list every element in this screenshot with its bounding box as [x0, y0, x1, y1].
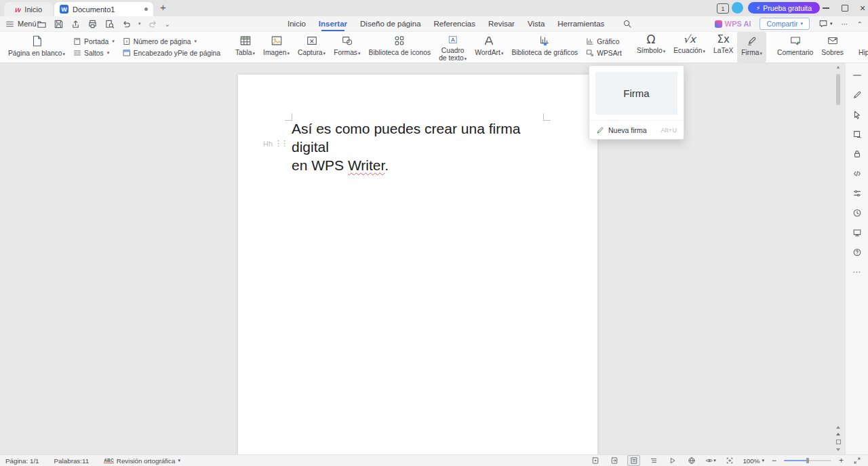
paragraph-handle[interactable]: Hh ⋮⋮: [263, 139, 287, 148]
document-text[interactable]: Así es como puedes crear una firma digit…: [292, 119, 553, 174]
vertical-scrollbar[interactable]: ▲: [835, 64, 841, 453]
source-code-button[interactable]: [852, 168, 863, 179]
visibility-button[interactable]: ▾: [705, 456, 716, 465]
ribbon-button-imagen[interactable]: Imagen▾: [259, 32, 294, 62]
restore-button[interactable]: [835, 0, 854, 16]
undo-button[interactable]: [121, 19, 132, 29]
zoom-slider[interactable]: [784, 460, 831, 461]
undo-icon: [121, 19, 132, 29]
previous-page-button[interactable]: [836, 433, 840, 435]
document-page[interactable]: Hh ⋮⋮ Así es como puedes crear una firma…: [238, 75, 597, 454]
settings-button[interactable]: [852, 188, 863, 199]
document-canvas[interactable]: Hh ⋮⋮ Así es como puedes crear una firma…: [0, 63, 845, 454]
minimize-button[interactable]: [816, 0, 835, 16]
pen-tool-button[interactable]: [852, 90, 863, 100]
word-count[interactable]: Palabras:11: [54, 457, 90, 465]
page-tools-button[interactable]: [852, 129, 863, 140]
ribbon-button-latex[interactable]: Σx LaTeX: [709, 32, 737, 62]
tab-referencias[interactable]: Referencias: [434, 16, 475, 31]
scrollbar-thumb[interactable]: [836, 74, 840, 105]
ribbon-button-simbolo[interactable]: Ω Símbolo▾: [633, 32, 669, 62]
drag-handle-icon[interactable]: ⋮⋮: [275, 139, 287, 148]
user-avatar[interactable]: [732, 2, 743, 14]
undo-dropdown-arrow-icon[interactable]: ▾: [138, 21, 141, 26]
ribbon-button-tabla[interactable]: Tabla▾: [231, 32, 259, 62]
help-button[interactable]: [852, 247, 863, 258]
export-pdf-button[interactable]: [71, 19, 81, 29]
window-count-button[interactable]: 1: [717, 3, 729, 14]
ribbon-button-pagina-en-blanco[interactable]: Página en blanco▾: [4, 32, 69, 62]
spellcheck-toggle[interactable]: ABC Revisión ortográfica ▾: [104, 457, 180, 465]
scroll-up-icon[interactable]: [836, 426, 840, 429]
unsaved-dot-icon[interactable]: [144, 7, 148, 11]
trial-button[interactable]: ⚡ Prueba gratuita: [748, 2, 820, 14]
customize-toolbar-button[interactable]: ⌄: [165, 20, 170, 28]
zoom-in-button[interactable]: +: [839, 457, 844, 464]
zoom-out-button[interactable]: −: [772, 457, 776, 464]
ribbon-button-grafico[interactable]: Gráfico: [586, 37, 622, 45]
tab-diseno[interactable]: Diseño de página: [360, 16, 421, 31]
search-icon[interactable]: [623, 19, 632, 28]
more-tools-button[interactable]: ⋯: [852, 267, 863, 277]
projection-button[interactable]: [852, 227, 863, 238]
select-tool-button[interactable]: [852, 109, 863, 120]
ribbon-button-biblioteca-graficos[interactable]: Biblioteca de gráficos: [507, 32, 582, 62]
signature-preview-item[interactable]: Firma: [595, 72, 677, 115]
comments-button[interactable]: ▾: [818, 19, 833, 28]
reading-view-button[interactable]: [667, 456, 678, 465]
zoom-level-button[interactable]: 100% ▾: [743, 457, 764, 465]
new-tab-button[interactable]: +: [160, 1, 166, 13]
ribbon-button-portada[interactable]: Portada▾: [73, 37, 115, 45]
ribbon-button-firma[interactable]: Firma▾: [737, 32, 766, 62]
protect-button[interactable]: [852, 149, 863, 159]
tab-revisar[interactable]: Revisar: [488, 16, 515, 31]
side-pane-button[interactable]: [608, 456, 620, 465]
collapse-ribbon-button[interactable]: ⌃: [857, 20, 863, 28]
ribbon-button-cuadro-texto[interactable]: Cuadro de texto▾: [435, 32, 471, 62]
web-layout-button[interactable]: [686, 456, 697, 465]
tab-inicio[interactable]: Inicio: [288, 16, 306, 31]
home-tab[interactable]: w Inicio: [4, 2, 53, 16]
ribbon-button-biblioteca-iconos[interactable]: Biblioteca de iconos: [365, 32, 435, 62]
print-preview-button[interactable]: [104, 19, 115, 29]
open-folder-button[interactable]: [37, 19, 47, 29]
redo-button[interactable]: [148, 19, 158, 29]
tab-insertar[interactable]: Insertar: [319, 16, 347, 31]
tab-vista[interactable]: Vista: [528, 16, 545, 31]
ribbon-button-numero-de-pagina[interactable]: Número de página▾: [123, 37, 220, 45]
menu-button[interactable]: Menú: [5, 16, 37, 31]
chevron-down-icon: ▾: [830, 21, 833, 26]
save-button[interactable]: [54, 19, 64, 29]
ribbon-button-saltos[interactable]: Saltos▾: [73, 49, 115, 57]
play-icon: [669, 457, 677, 465]
document-map-button[interactable]: [589, 456, 601, 465]
share-button[interactable]: Compartir ▾: [760, 18, 810, 30]
ribbon-button-ecuacion[interactable]: √x Ecuación▾: [669, 32, 709, 62]
scroll-up-button[interactable]: ▲: [835, 64, 841, 70]
fullscreen-button[interactable]: [851, 456, 863, 465]
ribbon-button-formas[interactable]: Formas▾: [330, 32, 364, 62]
close-button[interactable]: ×: [853, 0, 868, 16]
ribbon-button-captura[interactable]: Captura▾: [294, 32, 330, 62]
browse-object-button[interactable]: [836, 440, 841, 444]
print-layout-button[interactable]: [627, 455, 640, 466]
page-indicator[interactable]: Página: 1/1: [5, 457, 39, 465]
tab-herramientas[interactable]: Herramientas: [557, 16, 604, 31]
sidebar-handle[interactable]: [852, 70, 863, 81]
ribbon-button-encabezado[interactable]: Encabezado yPie de página: [123, 49, 220, 57]
ribbon-button-wordart[interactable]: WordArt▾: [471, 32, 507, 62]
ribbon-button-hipervinculo[interactable]: Hipervínculo: [854, 32, 868, 62]
print-button[interactable]: [87, 19, 98, 29]
outline-view-button[interactable]: [648, 456, 659, 465]
fit-page-button[interactable]: [724, 456, 735, 465]
zoom-slider-knob[interactable]: [806, 458, 809, 463]
document-tab[interactable]: W Documento1: [54, 2, 153, 16]
wps-ai-button[interactable]: WPS AI: [715, 20, 751, 28]
more-options-button[interactable]: ⋯: [842, 20, 848, 28]
ribbon-button-sobres[interactable]: Sobres: [817, 32, 848, 62]
history-button[interactable]: [852, 208, 863, 218]
next-page-button[interactable]: [836, 448, 840, 451]
ribbon-button-comentario[interactable]: Comentario: [773, 32, 817, 62]
new-signature-item[interactable]: Nueva firma Alt+U: [589, 120, 684, 139]
ribbon-button-wpsart[interactable]: WPSArt: [586, 49, 622, 57]
